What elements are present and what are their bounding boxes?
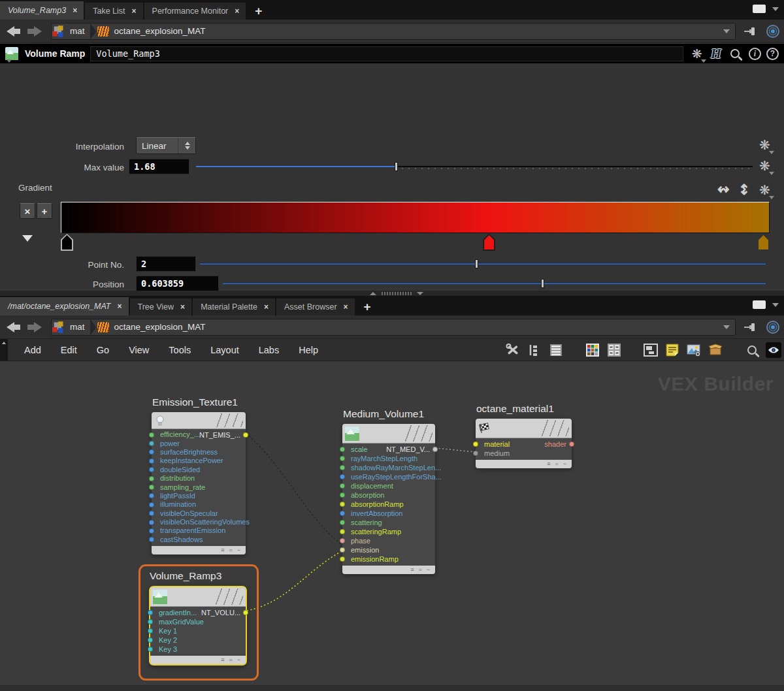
node-flags[interactable] xyxy=(404,425,433,442)
close-icon[interactable]: × xyxy=(264,302,269,312)
menu-item[interactable]: Tools xyxy=(159,345,201,355)
max-value-slider[interactable] xyxy=(196,159,753,174)
tab-volume-ramp3[interactable]: Volume_Ramp3 × xyxy=(0,1,84,20)
param-row[interactable]: scaleNT_MED_V... xyxy=(342,445,435,454)
node-name-field[interactable]: Volume_Ramp3 xyxy=(90,46,683,61)
close-icon[interactable]: × xyxy=(132,7,137,16)
volume-ramp-node-icon[interactable] xyxy=(5,47,20,60)
input-port[interactable] xyxy=(340,547,345,553)
breadcrumb[interactable]: mat octane_explosion_MAT xyxy=(51,319,736,336)
slider-handle[interactable] xyxy=(395,162,398,171)
tab-asset-browser[interactable]: Asset Browser × xyxy=(276,298,355,315)
param-row[interactable]: absorptionRamp xyxy=(342,500,435,509)
new-tab-button[interactable]: + xyxy=(356,298,379,315)
ramp-shift-vertical-icon[interactable]: ↭ xyxy=(736,184,753,195)
input-port[interactable] xyxy=(340,492,345,498)
tab-take-list[interactable]: Take List × xyxy=(85,3,142,20)
param-row[interactable]: maxGridValue xyxy=(150,617,246,626)
param-row[interactable]: rayMarchStepLength xyxy=(342,454,435,463)
input-port[interactable] xyxy=(149,511,154,516)
point-no-field[interactable]: 2 xyxy=(136,256,196,272)
position-slider[interactable] xyxy=(223,276,766,291)
breadcrumb-root[interactable]: mat xyxy=(65,24,90,39)
forward-button[interactable] xyxy=(27,322,42,332)
node-header[interactable] xyxy=(150,587,246,607)
param-row[interactable]: emission xyxy=(342,545,435,554)
search-icon[interactable] xyxy=(744,342,760,358)
param-row[interactable]: power xyxy=(152,439,246,447)
param-row[interactable]: materialshader xyxy=(476,440,572,449)
param-row[interactable]: efficiency_...NT_EMIS_... xyxy=(152,430,246,439)
close-icon[interactable]: × xyxy=(235,7,239,16)
input-port[interactable] xyxy=(148,610,153,615)
input-port[interactable] xyxy=(149,493,154,498)
node-Medium_Volume1[interactable]: Medium_Volume1scaleNT_MED_V...rayMarchSt… xyxy=(342,424,435,574)
visibility-eye-icon[interactable] xyxy=(766,342,781,358)
input-port[interactable] xyxy=(340,556,345,562)
tab-tree-view[interactable]: Tree View × xyxy=(130,298,192,315)
param-row[interactable]: Key 2 xyxy=(150,635,246,645)
node-header[interactable] xyxy=(476,419,572,438)
input-port[interactable] xyxy=(340,520,345,525)
menu-item[interactable]: Go xyxy=(87,345,119,355)
gear-icon[interactable]: ❋ xyxy=(759,158,770,174)
input-port[interactable] xyxy=(340,529,345,534)
node-header[interactable] xyxy=(342,424,435,443)
breadcrumb-node[interactable]: octane_explosion_MAT xyxy=(109,319,723,335)
param-row[interactable]: distribution xyxy=(152,474,246,483)
collapse-triangle-icon[interactable] xyxy=(22,235,33,242)
point-no-slider[interactable] xyxy=(200,256,766,272)
tools-icon[interactable] xyxy=(505,342,521,358)
input-port[interactable] xyxy=(148,619,153,624)
output-port[interactable] xyxy=(433,447,438,452)
param-row[interactable]: emissionRamp xyxy=(342,554,435,564)
param-row[interactable]: transparentEmission xyxy=(152,526,246,535)
node-footer[interactable]: ≡=− xyxy=(150,656,246,664)
chevron-down-icon[interactable] xyxy=(723,325,730,329)
menu-item[interactable]: Labs xyxy=(249,345,289,355)
slider-handle[interactable] xyxy=(541,279,544,288)
max-value-field[interactable]: 1.68 xyxy=(129,159,189,174)
close-icon[interactable]: × xyxy=(73,6,77,15)
position-field[interactable]: 0.603859 xyxy=(136,276,219,291)
param-row[interactable]: absorption xyxy=(342,490,435,500)
close-icon[interactable]: × xyxy=(180,302,185,312)
param-row[interactable]: visibleOnSpecular xyxy=(152,509,246,518)
pin-icon[interactable] xyxy=(743,322,758,332)
close-icon[interactable]: × xyxy=(344,302,348,312)
gear-icon[interactable]: ❋ xyxy=(759,182,770,198)
chevron-down-icon[interactable] xyxy=(723,29,730,33)
input-port[interactable] xyxy=(148,628,153,634)
list-view-icon[interactable] xyxy=(548,342,564,358)
node-Volume_Ramp3[interactable]: Volume_Ramp3gradientIn...NT_VOLU...maxGr… xyxy=(149,586,247,666)
param-row[interactable]: Key 3 xyxy=(150,645,246,654)
pane-maximize-icon[interactable] xyxy=(753,300,766,309)
close-icon[interactable]: × xyxy=(118,302,122,311)
back-button[interactable] xyxy=(7,26,21,37)
houdini-logo-icon[interactable]: H xyxy=(711,46,721,62)
input-port[interactable] xyxy=(340,538,345,543)
menu-item[interactable]: View xyxy=(119,345,159,355)
input-port[interactable] xyxy=(340,456,345,461)
search-icon[interactable] xyxy=(730,49,740,58)
splitter-down-icon[interactable] xyxy=(417,292,423,295)
input-port[interactable] xyxy=(149,432,154,438)
param-row[interactable]: useRayStepLengthForSha... xyxy=(342,472,435,481)
param-row[interactable]: Key 1 xyxy=(150,626,246,635)
spinner-icon[interactable] xyxy=(178,138,190,153)
param-row[interactable]: lightPassId xyxy=(152,492,246,500)
param-row[interactable]: illumination xyxy=(152,500,246,509)
output-port[interactable] xyxy=(243,432,248,438)
input-port[interactable] xyxy=(149,502,154,507)
input-port[interactable] xyxy=(340,502,345,507)
input-port[interactable] xyxy=(149,537,154,542)
node-footer[interactable]: ≡=− xyxy=(342,566,435,574)
splitter-up-icon[interactable] xyxy=(370,292,376,295)
gradient-stop-1[interactable] xyxy=(483,234,495,251)
remove-point-button[interactable]: × xyxy=(20,203,35,219)
pane-maximize-icon[interactable] xyxy=(753,5,766,13)
param-row[interactable]: sampling_rate xyxy=(152,483,246,491)
input-port[interactable] xyxy=(340,465,345,470)
breadcrumb-node[interactable]: octane_explosion_MAT xyxy=(109,24,723,39)
radial-menu-icon[interactable] xyxy=(766,24,780,39)
